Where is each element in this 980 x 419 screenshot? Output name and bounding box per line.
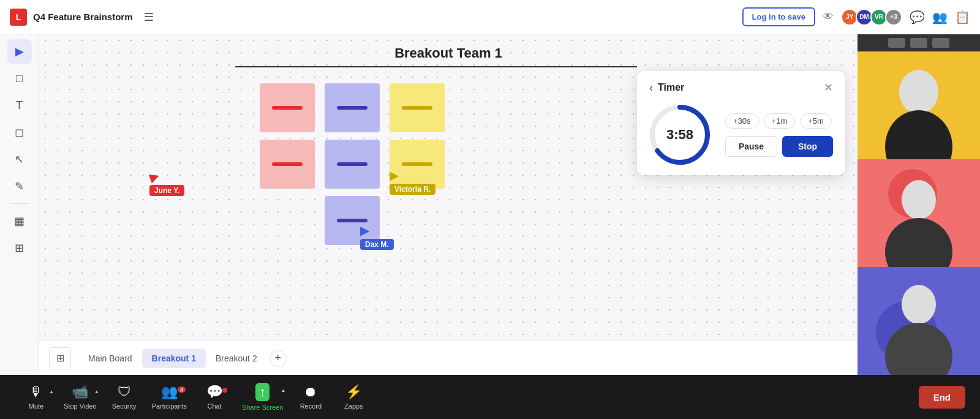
- chat-label: Chat: [207, 402, 221, 410]
- security-label: Security: [112, 402, 137, 410]
- video-panel: [858, 34, 980, 375]
- record-icon: ⏺: [304, 384, 317, 400]
- sticky-bar: [402, 162, 432, 166]
- timer-header-left: ‹ Timer: [649, 81, 684, 94]
- video-tile-1: [858, 51, 980, 159]
- tab-add-button[interactable]: +: [270, 350, 287, 367]
- timer-pause-button[interactable]: Pause: [725, 136, 777, 157]
- cursor-dax-label: Dax M.: [360, 239, 394, 250]
- svg-point-3: [885, 110, 952, 159]
- board-section-title: Breakout Team 1: [394, 45, 502, 61]
- menu-button[interactable]: ☰: [139, 8, 159, 26]
- tool-divider: [10, 203, 29, 204]
- sticky-note[interactable]: [390, 83, 445, 132]
- stop-video-button[interactable]: 📹 Stop Video ▲: [58, 384, 103, 410]
- svg-point-8: [902, 285, 936, 324]
- timer-close-button[interactable]: ✕: [824, 81, 833, 94]
- sticky-bar: [272, 106, 303, 110]
- add-5m-button[interactable]: +5m: [800, 113, 832, 129]
- avatar-extra: +3: [885, 9, 902, 26]
- chat-badge-dot: [222, 388, 227, 393]
- security-icon: 🛡: [118, 384, 131, 400]
- text-tool[interactable]: T: [7, 93, 32, 118]
- canvas-area: Breakout Team 1 ▶ Ju: [39, 34, 858, 375]
- line-tool[interactable]: ↖: [7, 147, 32, 172]
- cursor-victoria-label: Victoria R.: [390, 184, 435, 195]
- cursor-june-label: June Y.: [149, 185, 184, 196]
- chat-icon[interactable]: 💬: [910, 10, 925, 25]
- notes-icon[interactable]: 📋: [955, 10, 970, 25]
- chat-button[interactable]: 💬 Chat: [193, 384, 236, 410]
- sticky-bar: [272, 162, 303, 166]
- timer-back-button[interactable]: ‹: [649, 81, 653, 94]
- share-screen-icon: ↑: [255, 383, 270, 401]
- share-screen-label: Share Screen: [242, 404, 283, 411]
- tab-grid-button[interactable]: ⊞: [49, 347, 71, 369]
- top-bar: L Q4 Feature Brainstorm ☰ Log in to save…: [0, 0, 980, 34]
- video-ctrl-btn-2[interactable]: [910, 38, 927, 48]
- security-button[interactable]: 🛡 Security: [103, 384, 146, 410]
- timer-display: 3:58: [666, 127, 693, 143]
- share-screen-button[interactable]: ↑ Share Screen ▲: [236, 383, 289, 411]
- svg-point-2: [899, 70, 938, 114]
- cursor-victoria-arrow: ▶: [390, 168, 399, 183]
- table-tool[interactable]: ▦: [7, 209, 32, 233]
- board-title-underline: [235, 66, 637, 67]
- record-label: Record: [300, 402, 322, 410]
- timer-action-buttons: Pause Stop: [725, 136, 833, 157]
- sticky-bar: [337, 219, 368, 222]
- record-button[interactable]: ⏺ Record: [289, 384, 332, 410]
- top-bar-right: Log in to save 👁 JY DM VR +3 💬 👥 📋: [742, 7, 970, 26]
- eye-icon[interactable]: 👁: [823, 10, 834, 23]
- timer-controls: +30s +1m +5m Pause Stop: [725, 113, 833, 157]
- end-button[interactable]: End: [919, 386, 965, 409]
- add-30s-button[interactable]: +30s: [725, 113, 759, 129]
- participants-bar-icon: 👥: [161, 384, 178, 400]
- zapps-button[interactable]: ⚡ Zapps: [332, 384, 375, 410]
- mute-icon: 🎙: [29, 384, 43, 400]
- timer-header: ‹ Timer ✕: [649, 81, 833, 94]
- tab-main-board[interactable]: Main Board: [78, 349, 142, 368]
- cursor-june-arrow: ▶: [147, 168, 160, 185]
- mute-button[interactable]: 🎙 Mute ▲: [15, 384, 58, 410]
- sticky-note[interactable]: [325, 140, 380, 189]
- chat-bar-icon: 💬: [206, 384, 223, 400]
- participants-icon[interactable]: 👥: [932, 10, 948, 25]
- video-ctrl-btn-1[interactable]: [888, 38, 905, 48]
- add-1m-button[interactable]: +1m: [764, 113, 796, 129]
- svg-point-5: [902, 180, 936, 219]
- bottom-bar: 🎙 Mute ▲ 📹 Stop Video ▲ 🛡 Security 👥 3 P…: [0, 375, 980, 419]
- mute-label: Mute: [29, 402, 43, 410]
- sticky-note[interactable]: [260, 140, 315, 189]
- stop-video-caret: ▲: [94, 389, 99, 394]
- participants-badge: 3: [178, 387, 186, 393]
- frame-tool[interactable]: □: [7, 66, 32, 91]
- video-tile-2: [858, 159, 980, 267]
- draw-tool[interactable]: ✎: [7, 174, 32, 198]
- cursor-dax-arrow: ▶: [360, 223, 369, 238]
- sticky-note[interactable]: [260, 83, 315, 132]
- participants-button[interactable]: 👥 3 Participants: [146, 384, 193, 410]
- left-toolbar: ▶ □ T ◻ ↖ ✎ ▦ ⊞: [0, 34, 39, 375]
- tab-bar: ⊞ Main Board Breakout 1 Breakout 2 +: [39, 341, 858, 375]
- video-ctrl-btn-3[interactable]: [932, 38, 949, 48]
- timer-title: Timer: [658, 82, 684, 93]
- tab-breakout-1[interactable]: Breakout 1: [142, 349, 206, 368]
- login-button[interactable]: Log in to save: [742, 7, 815, 26]
- select-tool[interactable]: ▶: [7, 39, 32, 64]
- timer-stop-button[interactable]: Stop: [782, 136, 833, 157]
- video-tile-3: [858, 267, 980, 375]
- avatar-group: JY DM VR +3: [841, 9, 902, 26]
- stop-video-icon: 📹: [72, 384, 88, 400]
- shape-tool[interactable]: ◻: [7, 120, 32, 145]
- sticky-bar: [337, 106, 368, 110]
- share-screen-caret: ▲: [281, 388, 285, 393]
- sticky-bar: [402, 106, 432, 110]
- timer-add-buttons: +30s +1m +5m: [725, 113, 833, 129]
- tab-breakout-2[interactable]: Breakout 2: [206, 349, 267, 368]
- sticky-note[interactable]: [325, 83, 380, 132]
- timer-body: 3:58 +30s +1m +5m Pause Stop: [649, 104, 833, 165]
- app-logo: L: [10, 9, 27, 26]
- board-title-header: Q4 Feature Brainstorm: [33, 12, 133, 22]
- grid-tool[interactable]: ⊞: [7, 236, 32, 260]
